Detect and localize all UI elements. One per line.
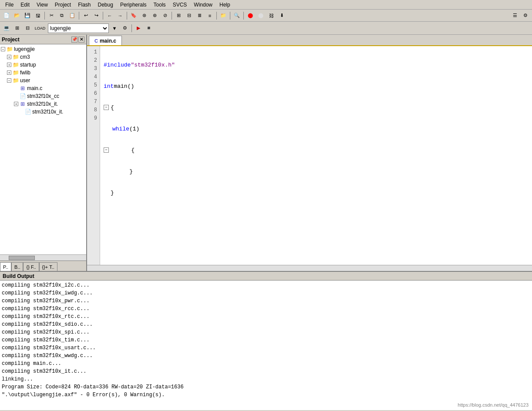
tree-item-stm32-ith[interactable]: 📄 stm32f10x_it.: [0, 108, 86, 116]
bookmark1-button[interactable]: 🔖: [129, 11, 138, 20]
tree-item-main-c[interactable]: ⊞ main.c: [0, 84, 86, 92]
outdent-button[interactable]: ⊟: [184, 11, 194, 20]
tree-label-stm32ith: stm32f10x_it.: [32, 109, 63, 115]
tab-templates[interactable]: {}+ T..: [39, 262, 57, 271]
forward-button[interactable]: →: [115, 11, 125, 20]
tree-item-startup[interactable]: + 📁 startup: [0, 61, 86, 69]
cut-button[interactable]: ✂: [47, 11, 56, 20]
toolbar-sep-7: [230, 12, 230, 20]
code-line-7: }: [104, 189, 529, 197]
copy-button[interactable]: ⧉: [57, 11, 67, 20]
clean-button[interactable]: ⛓: [266, 11, 276, 20]
main-area: Project 📌 ✕ − 📁 lugengjie + 📁 cm3: [0, 35, 532, 410]
tab-books[interactable]: B..: [11, 262, 23, 271]
cm3-folder-icon: 📁: [12, 53, 19, 60]
menu-help[interactable]: Help: [216, 1, 234, 9]
rebuild-button[interactable]: ⬤: [256, 11, 266, 20]
toolbar-sep-2: [79, 12, 79, 20]
tab-file-icon: C: [94, 38, 98, 43]
build-output: Build Output compiling stm32f10x_i2c.c..…: [0, 271, 532, 410]
load-icon[interactable]: LOAD: [33, 23, 47, 33]
menu-project[interactable]: Project: [51, 1, 74, 9]
whitespace2-button[interactable]: ≡: [205, 11, 215, 20]
tree-toggle-fwlib[interactable]: +: [7, 70, 11, 75]
menu-window[interactable]: Window: [190, 1, 216, 9]
run-icon[interactable]: ▶: [134, 23, 143, 33]
build-button[interactable]: ⬤: [246, 11, 255, 20]
editor-hscrollbar[interactable]: [87, 265, 532, 271]
tree-item-user[interactable]: − 📁 user: [0, 77, 86, 84]
toolbar2-sep: [131, 24, 132, 32]
panel-hscroll-thumb[interactable]: [9, 256, 35, 260]
save-button[interactable]: 💾: [23, 11, 32, 20]
main-c-file-icon: ⊞: [19, 85, 26, 92]
tab-project[interactable]: P..: [0, 262, 11, 271]
tree-toggle-itc[interactable]: +: [14, 102, 18, 106]
find-button[interactable]: 🔍: [232, 11, 242, 20]
build-line: compiling stm32f10x_i2c.c...: [2, 281, 530, 289]
tree-toggle-user[interactable]: −: [7, 78, 11, 83]
menu-tools[interactable]: Tools: [150, 1, 169, 9]
bookmark2-button[interactable]: ⊛: [139, 11, 149, 20]
tab-label-main-c: main.c: [100, 38, 116, 44]
open-file-button[interactable]: 📁: [219, 11, 228, 20]
ln-8: 8: [90, 106, 97, 114]
tree-item-stm32-itc[interactable]: + ⊞ stm32f10x_it.: [0, 100, 86, 108]
target-select[interactable]: lugengjie: [48, 23, 109, 33]
build-line: compiling stm32f10x_sdio.c...: [2, 321, 530, 328]
tab-functions[interactable]: {} F..: [23, 262, 39, 271]
panel-close-button[interactable]: ✕: [78, 37, 84, 43]
chip-icon[interactable]: 💻: [2, 23, 11, 33]
flash-download-button[interactable]: ⬇: [277, 11, 286, 20]
panel-hscrollbar[interactable]: [0, 254, 86, 261]
tree-item-fwlib[interactable]: + 📁 fwlib: [0, 69, 86, 77]
options-button[interactable]: ☰: [510, 11, 520, 20]
tree-item-root[interactable]: − 📁 lugengjie: [0, 45, 86, 53]
bookmark3-button[interactable]: ⊛: [150, 11, 159, 20]
indent-button[interactable]: ⊞: [174, 11, 183, 20]
bookmark4-button[interactable]: ⊘: [160, 11, 170, 20]
menu-flash[interactable]: Flash: [74, 1, 94, 9]
group2-icon[interactable]: ⊟: [23, 23, 32, 33]
tree-toggle-cm3[interactable]: +: [7, 55, 11, 59]
code-line-3: −{: [104, 104, 529, 112]
whitespace1-button[interactable]: ≣: [195, 11, 204, 20]
tree-label-main-c: main.c: [27, 85, 42, 91]
open-button[interactable]: 📂: [12, 11, 22, 20]
menu-debug[interactable]: Debug: [94, 1, 117, 9]
code-editor[interactable]: 1 2 3 4 5 6 7 8 9 #include"stm32f10x.h" …: [87, 46, 532, 265]
ln-6: 6: [90, 89, 97, 97]
save-all-button[interactable]: 🖫: [33, 11, 43, 20]
build-output-content[interactable]: compiling stm32f10x_i2c.c...compiling st…: [0, 281, 532, 410]
back-button[interactable]: ←: [105, 11, 114, 20]
tree-item-cm3[interactable]: + 📁 cm3: [0, 53, 86, 61]
editor-tab-main-c[interactable]: C main.c: [89, 36, 122, 45]
tree-label-stm32cc: stm32f10x_cc: [27, 93, 59, 99]
toolbar-sep-6: [216, 12, 217, 20]
menu-svcs[interactable]: SVCS: [169, 1, 191, 9]
settings-button[interactable]: ⚙: [521, 11, 530, 20]
menu-edit[interactable]: Edit: [17, 1, 33, 9]
paste-button[interactable]: 📋: [67, 11, 77, 20]
panel-pin-button[interactable]: 📌: [71, 37, 77, 43]
tree-item-stm32-cc[interactable]: 📄 stm32f10x_cc: [0, 92, 86, 100]
stop-icon[interactable]: ◾: [144, 23, 154, 33]
code-content[interactable]: #include"stm32f10x.h" int main() −{ whil…: [100, 46, 532, 265]
menu-file[interactable]: File: [2, 1, 17, 9]
group-icon[interactable]: ⊞: [12, 23, 22, 33]
menu-peripherals[interactable]: Peripherals: [117, 1, 150, 9]
stm32itc-file-icon: ⊞: [19, 100, 26, 107]
tree-toggle-root[interactable]: −: [1, 47, 5, 51]
build-line: compiling stm32f10x_iwdg.c...: [2, 289, 530, 297]
ln-1: 1: [90, 48, 97, 56]
new-button[interactable]: 📄: [2, 11, 11, 20]
redo-button[interactable]: ↪: [91, 11, 101, 20]
code-line-1: #include"stm32f10x.h": [104, 61, 529, 69]
tree-toggle-startup[interactable]: +: [7, 63, 11, 67]
target-dropdown[interactable]: ▼: [110, 23, 119, 33]
undo-button[interactable]: ↩: [81, 11, 91, 20]
manage-targets-button[interactable]: ⚙: [120, 23, 130, 33]
panel-title: Project: [2, 37, 20, 43]
tree-label-root: lugengjie: [14, 46, 35, 52]
menu-view[interactable]: View: [33, 1, 51, 9]
